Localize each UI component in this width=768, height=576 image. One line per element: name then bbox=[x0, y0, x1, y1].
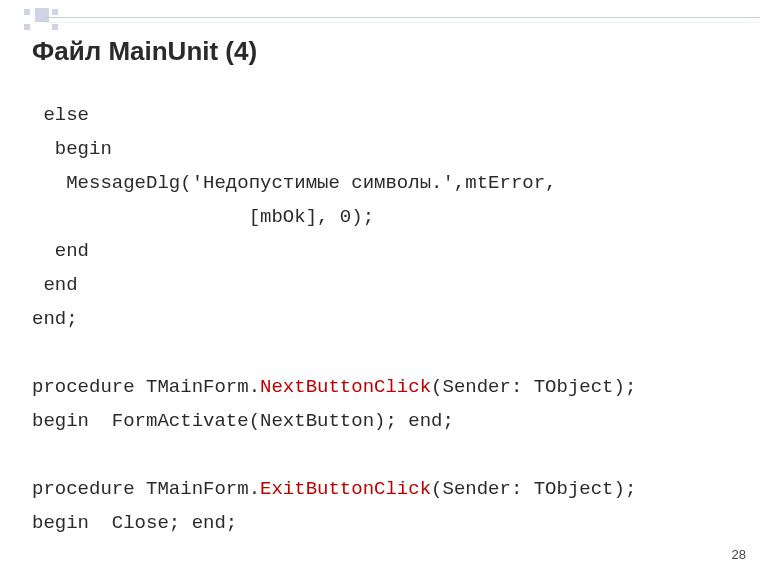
code-line: [mbOk], 0); bbox=[32, 206, 374, 228]
code-line: end; bbox=[32, 308, 78, 330]
slide-title: Файл MainUnit (4) bbox=[32, 36, 257, 67]
ornament-square-icon bbox=[24, 24, 30, 30]
code-line: MessageDlg('Недопустимые символы.',mtErr… bbox=[32, 172, 557, 194]
code-block: else begin MessageDlg('Недопустимые симв… bbox=[32, 98, 736, 576]
header-rule bbox=[42, 17, 760, 18]
corner-ornament bbox=[22, 8, 82, 32]
highlight-method: ExitButtonClick bbox=[260, 478, 431, 500]
code-line: begin FormActivate(NextButton); end; bbox=[32, 410, 454, 432]
code-line: end bbox=[32, 274, 78, 296]
code-line: procedure TMainForm.NextButtonClick(Send… bbox=[32, 376, 636, 398]
code-line: else bbox=[32, 104, 89, 126]
header-rule-secondary bbox=[42, 22, 760, 23]
ornament-square-icon bbox=[52, 9, 58, 15]
slide: Файл MainUnit (4) else begin MessageDlg(… bbox=[0, 0, 768, 576]
code-line: begin bbox=[32, 138, 112, 160]
code-line: procedure TMainForm.ExitButtonClick(Send… bbox=[32, 478, 636, 500]
code-line: end bbox=[32, 240, 89, 262]
code-text: procedure TMainForm. bbox=[32, 478, 260, 500]
code-text: (Sender: TObject); bbox=[431, 478, 636, 500]
page-number: 28 bbox=[732, 547, 746, 562]
ornament-square-icon bbox=[35, 8, 49, 22]
code-line: begin Close; end; bbox=[32, 512, 237, 534]
highlight-method: NextButtonClick bbox=[260, 376, 431, 398]
ornament-square-icon bbox=[24, 9, 30, 15]
code-text: (Sender: TObject); bbox=[431, 376, 636, 398]
ornament-square-icon bbox=[52, 24, 58, 30]
code-text: procedure TMainForm. bbox=[32, 376, 260, 398]
